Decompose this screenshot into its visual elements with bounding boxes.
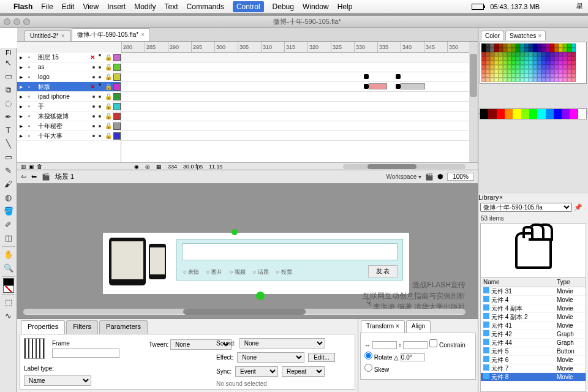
tab-swatches[interactable]: Swatches× [505, 31, 546, 40]
layer-row[interactable]: ▸▫十年秘密🔒 [17, 121, 121, 131]
track-row[interactable] [121, 53, 469, 62]
zoom-tool[interactable]: 🔍 [1, 262, 16, 275]
menu-window[interactable]: Window [303, 2, 329, 11]
fill-color[interactable] [3, 285, 14, 293]
lasso-tool[interactable]: ◌ [1, 97, 16, 110]
library-item[interactable]: 元件 31Movie [481, 287, 586, 296]
tab-parameters[interactable]: Parameters [99, 320, 148, 334]
sync-select[interactable]: Event [235, 366, 278, 377]
menu-commands[interactable]: Commands [187, 2, 224, 11]
ime-icon[interactable]: 星 [576, 2, 583, 11]
close-icon[interactable]: × [61, 32, 65, 39]
track-row[interactable] [121, 121, 469, 131]
new-folder-icon[interactable]: ▣ [29, 164, 34, 170]
library-item[interactable]: 元件 42Graph [481, 330, 586, 339]
hand-tool[interactable]: ✋ [1, 248, 16, 262]
skew-radio[interactable] [364, 364, 372, 372]
col-name[interactable]: Name [481, 277, 554, 287]
menu-edit[interactable]: Edit [62, 2, 75, 11]
free-transform-tool[interactable]: ⧉ [1, 83, 16, 97]
transform-handle[interactable] [232, 229, 238, 235]
color-strip[interactable] [480, 108, 587, 119]
track-row[interactable] [121, 102, 469, 111]
line-tool[interactable]: ╲ [1, 137, 16, 151]
timeline-vscroll[interactable] [469, 42, 478, 162]
layer-row[interactable]: ▸▫来搜狐微博🔒 [17, 111, 121, 121]
tab-filters[interactable]: Filters [66, 320, 98, 334]
pin-icon[interactable]: 📌 [574, 203, 582, 211]
library-item[interactable]: 元件 44Graph [481, 339, 586, 347]
sound-select[interactable]: None [239, 338, 325, 349]
stage-hscroll[interactable] [23, 309, 466, 316]
menu-modify[interactable]: Modify [134, 2, 156, 11]
delete-layer-icon[interactable]: 🗑 [37, 164, 42, 170]
smooth-option[interactable]: ∿ [1, 309, 16, 323]
layer-row[interactable]: ▸▫十年大事🔒 [17, 131, 121, 141]
menu-debug[interactable]: Debug [273, 2, 294, 11]
constrain-checkbox[interactable] [429, 339, 437, 347]
track-row[interactable] [121, 82, 469, 92]
timeline-hscroll[interactable] [343, 164, 466, 169]
track-row[interactable] [121, 111, 469, 121]
library-item[interactable]: 元件 7Movie [481, 364, 586, 373]
layer-row[interactable]: ▸▫手🔒 [17, 102, 121, 111]
tab-color[interactable]: Color [481, 31, 504, 40]
menu-file[interactable]: File [41, 2, 53, 11]
pencil-tool[interactable]: ✎ [1, 164, 16, 178]
tab-properties[interactable]: Properties [21, 320, 65, 334]
layer-row[interactable]: ▸▫logo🔒 [17, 72, 121, 82]
library-item[interactable]: 元件 4 副本Movie [481, 304, 586, 313]
menu-view[interactable]: View [83, 2, 99, 11]
opt-emotion[interactable]: 表情 [183, 268, 199, 276]
layer-row[interactable]: ▸▫图层 15✕🔒 [17, 53, 121, 62]
edit-scene-icon[interactable]: ⇦ [21, 173, 26, 181]
back-icon[interactable]: ⬅ [31, 173, 37, 181]
selection-tool[interactable]: ↖ [1, 56, 16, 70]
menu-help[interactable]: Help [337, 2, 353, 11]
effect-select[interactable]: None [237, 352, 304, 363]
doc-tab-untitled[interactable]: Untitled-2*× [24, 30, 70, 41]
swatches-grid[interactable] [480, 42, 587, 84]
edit-scene-icon[interactable]: 🎬 [425, 173, 434, 181]
traffic-close[interactable] [4, 18, 10, 25]
menu-text[interactable]: Text [165, 2, 178, 11]
tab-transform[interactable]: Transform × [361, 320, 405, 333]
doc-tab-weibo[interactable]: 微博-十年-590-105.fla*× [72, 28, 150, 41]
library-file-select[interactable]: 微博-十年-590-105.fla [480, 203, 572, 212]
timeline-tracks[interactable] [121, 53, 469, 162]
stroke-color[interactable] [3, 278, 14, 285]
subselection-tool[interactable]: ▭ [1, 70, 16, 83]
library-item[interactable]: 元件 41Movie [481, 322, 586, 330]
library-item[interactable]: 元件 8Movie [481, 373, 586, 382]
library-item[interactable]: 元件 4 副本 2Movie [481, 313, 586, 322]
opt-image[interactable]: 图片 [206, 268, 222, 276]
tab-library[interactable]: Library× [478, 194, 588, 201]
scene-name[interactable]: 场景 1 [55, 172, 74, 181]
workspace-menu[interactable]: Workspace ▾ [386, 173, 421, 180]
pen-tool[interactable]: ✒ [1, 110, 16, 124]
menu-control[interactable]: Control [233, 1, 264, 12]
track-row[interactable] [121, 62, 469, 72]
traffic-zoom[interactable] [23, 18, 30, 25]
track-row[interactable] [121, 92, 469, 102]
tab-align[interactable]: Align [406, 320, 431, 333]
new-layer-icon[interactable]: ▥ [21, 164, 26, 170]
repeat-select[interactable]: Repeat [282, 366, 325, 377]
edit-button[interactable]: Edit... [308, 353, 335, 362]
edit-multiple-frames-icon[interactable]: ▦ [156, 164, 162, 170]
layer-row[interactable]: ▸▫as🔒 [17, 62, 121, 72]
rotate-radio[interactable] [364, 352, 372, 360]
eraser-tool[interactable]: ◫ [1, 232, 16, 245]
height-input[interactable] [403, 341, 428, 349]
onion-skin-icon[interactable]: ◉ [134, 164, 139, 170]
opt-topic[interactable]: 话题 [253, 268, 269, 276]
layer-row[interactable]: ▸▫标版✕🔒 [17, 82, 121, 92]
traffic-min[interactable] [13, 18, 20, 25]
track-row[interactable] [121, 72, 469, 82]
col-type[interactable]: Type [554, 277, 586, 287]
menu-insert[interactable]: Insert [107, 2, 126, 11]
weibo-publish-button[interactable]: 发 表 [368, 265, 398, 277]
stage-area[interactable]: 表情 图片 视频 话题 投票 发 表 ☟ 激战FLASH宣传 互联网互动创意指南… [17, 184, 478, 318]
edit-symbol-icon[interactable]: ⬢ [437, 173, 443, 181]
library-item[interactable]: 元件 6Movie [481, 356, 586, 364]
